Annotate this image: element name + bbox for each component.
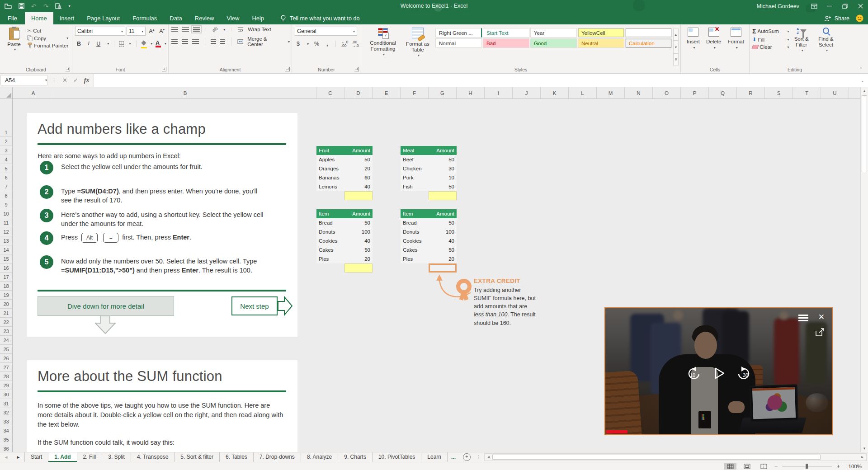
meat-row[interactable]: Fish50 xyxy=(401,182,457,191)
style-cell-year[interactable]: Year xyxy=(530,28,577,38)
align-top-icon[interactable] xyxy=(171,27,178,32)
copy-button[interactable]: Copy▾ xyxy=(27,35,68,41)
row-header-8[interactable]: 8 xyxy=(0,191,12,200)
conditional-formatting-button[interactable]: ≠ Conditional Formatting ▾ xyxy=(364,27,402,66)
column-header-C[interactable]: C xyxy=(316,87,344,99)
sheet-tab-1-add[interactable]: 1. Add xyxy=(48,452,77,462)
items1-row[interactable]: Cookies40 xyxy=(316,236,373,245)
zoom-in-button[interactable]: + xyxy=(836,463,840,470)
cells-area[interactable]: Add numbers like a champ Here are some w… xyxy=(13,99,860,452)
row-header-34[interactable]: 34 xyxy=(0,426,12,435)
wrap-text-button[interactable]: Wrap Text xyxy=(248,27,271,32)
row-header-13[interactable]: 13 xyxy=(0,236,12,245)
formula-input[interactable] xyxy=(94,74,857,87)
orientation-icon[interactable]: ab xyxy=(211,25,219,33)
comma-format-button[interactable]: , xyxy=(325,40,330,48)
column-header-F[interactable]: F xyxy=(401,87,429,99)
column-header-A[interactable]: A xyxy=(13,87,54,99)
video-popout-icon[interactable] xyxy=(816,328,825,336)
format-cells-button[interactable]: Format ▾ xyxy=(726,27,745,51)
row-header-30[interactable]: 30 xyxy=(0,390,12,399)
column-header-E[interactable]: E xyxy=(373,87,401,99)
gallery-scroll-up-icon[interactable]: ▲ xyxy=(673,28,679,41)
row-header-23[interactable]: 23 xyxy=(0,327,12,336)
decrease-indent-icon[interactable] xyxy=(211,39,216,44)
vertical-scrollbar[interactable]: ▲ ▼ xyxy=(860,87,868,452)
row-header-3[interactable]: 3 xyxy=(0,146,12,155)
sheet-tab-7-drop-downs[interactable]: 7. Drop-downs xyxy=(254,452,301,462)
merge-center-button[interactable]: Merge & Center xyxy=(247,36,282,47)
skip-back-10-icon[interactable]: 10 xyxy=(684,366,701,381)
italic-button[interactable]: I xyxy=(86,39,91,48)
currency-format-button[interactable]: $ xyxy=(295,40,302,48)
number-format-select[interactable]: General▾ xyxy=(295,27,357,36)
fruit-row[interactable]: Lemons40 xyxy=(316,182,373,191)
items2-row[interactable]: Bread50 xyxy=(401,218,457,227)
font-name-select[interactable]: Calibri▾ xyxy=(75,27,125,36)
zoom-slider-thumb[interactable] xyxy=(806,464,808,469)
grow-font-button[interactable]: A▴ xyxy=(147,27,156,35)
column-header-L[interactable]: L xyxy=(569,87,597,99)
sheet-tab-learn[interactable]: Learn xyxy=(421,452,448,462)
ribbon-display-options-icon[interactable] xyxy=(807,0,822,12)
style-cell-good[interactable]: Good xyxy=(530,38,577,48)
zoom-out-button[interactable]: − xyxy=(774,463,778,470)
fruit-row[interactable]: Oranges20 xyxy=(316,164,373,173)
delete-cells-button[interactable]: ✕ Delete ▾ xyxy=(705,27,722,51)
row-header-5[interactable]: 5 xyxy=(0,164,12,173)
scroll-up-icon[interactable]: ▲ xyxy=(861,87,868,94)
row-header-9[interactable]: 9 xyxy=(0,200,12,209)
style-cell-yellowcell[interactable]: YellowCell xyxy=(578,28,624,38)
zoom-level[interactable]: 100% xyxy=(844,464,862,469)
row-header-19[interactable]: 19 xyxy=(0,291,12,300)
meat-row[interactable]: Beef50 xyxy=(401,155,457,164)
row-header-25[interactable]: 25 xyxy=(0,345,12,354)
row-header-35[interactable]: 35 xyxy=(0,435,12,444)
row-header-14[interactable]: 14 xyxy=(0,245,12,254)
sheet-tab-3-split[interactable]: 3. Split xyxy=(102,452,131,462)
name-box[interactable]: A54▾ xyxy=(0,75,47,85)
open-icon[interactable] xyxy=(5,3,12,9)
column-header-R[interactable]: R xyxy=(737,87,765,99)
column-header-B[interactable]: B xyxy=(54,87,316,99)
align-middle-icon[interactable] xyxy=(182,27,189,32)
style-cell-calculation[interactable]: Calculation xyxy=(625,38,672,48)
fruit-row[interactable]: Apples50 xyxy=(316,155,373,164)
ribbon-tab-review[interactable]: Review xyxy=(189,12,221,24)
column-header-U[interactable]: U xyxy=(821,87,849,99)
expand-formula-bar-icon[interactable]: ⌄ xyxy=(857,74,868,87)
row-header-36[interactable]: 36 xyxy=(0,444,12,452)
sheet-tab-8-analyze[interactable]: 8. Analyze xyxy=(301,452,338,462)
sheet-tab-10-pivottables[interactable]: 10. PivotTables xyxy=(373,452,421,462)
sheet-tab-5-sort-filter[interactable]: 5. Sort & filter xyxy=(175,452,220,462)
row-header-28[interactable]: 28 xyxy=(0,372,12,381)
column-header-T[interactable]: T xyxy=(793,87,821,99)
row-header-22[interactable]: 22 xyxy=(0,318,12,327)
items1-row[interactable]: Pies20 xyxy=(316,254,373,263)
increase-indent-icon[interactable] xyxy=(220,39,225,44)
row-header-10[interactable]: 10 xyxy=(0,209,12,218)
vertical-scroll-thumb[interactable] xyxy=(862,95,867,172)
column-header-G[interactable]: G xyxy=(429,87,457,99)
row-header-2[interactable]: 2 xyxy=(0,137,12,146)
column-header-Q[interactable]: Q xyxy=(709,87,737,99)
scroll-down-icon[interactable]: ▼ xyxy=(861,445,868,452)
column-header-S[interactable]: S xyxy=(765,87,793,99)
sheet-tabs-overflow[interactable]: ... xyxy=(448,452,459,462)
video-progress-bar[interactable] xyxy=(606,430,627,433)
column-header-P[interactable]: P xyxy=(681,87,709,99)
sheet-nav-prev-icon[interactable]: ◄ xyxy=(0,452,12,462)
video-close-icon[interactable]: ✕ xyxy=(818,312,825,322)
fill-color-button[interactable] xyxy=(141,41,146,47)
format-as-table-button[interactable]: Format as Table ▾ xyxy=(402,27,434,66)
row-header-11[interactable]: 11 xyxy=(0,218,12,227)
video-menu-icon[interactable] xyxy=(798,315,808,321)
scroll-left-icon[interactable]: ◄ xyxy=(485,455,492,459)
row-header-4[interactable]: 4 xyxy=(0,155,12,164)
row-header-33[interactable]: 33 xyxy=(0,417,12,426)
row-header-31[interactable]: 31 xyxy=(0,399,12,408)
font-color-button[interactable]: A xyxy=(156,40,160,47)
clipboard-dialog-launcher[interactable] xyxy=(66,67,70,71)
row-header-32[interactable]: 32 xyxy=(0,408,12,417)
format-painter-button[interactable]: Format Painter xyxy=(27,42,68,48)
